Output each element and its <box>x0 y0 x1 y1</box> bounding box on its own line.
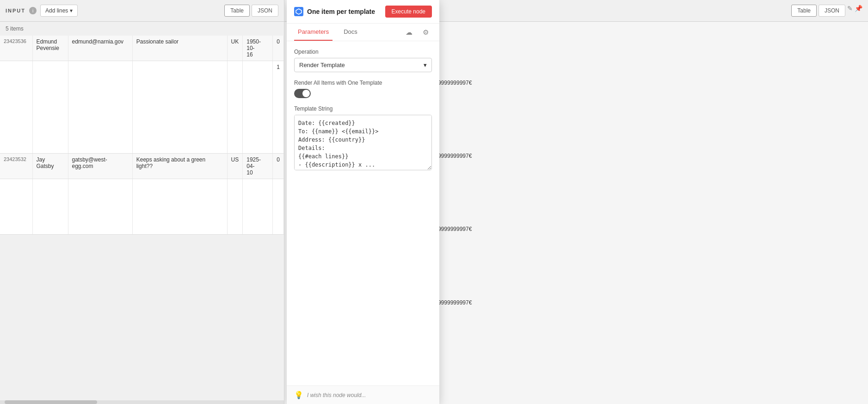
cell-email: edmund@narnia.gov <box>68 36 132 61</box>
input-items-count: 5 items <box>0 22 284 36</box>
add-lines-select[interactable]: Add lines ▾ <box>40 5 78 17</box>
cell-description <box>132 179 227 235</box>
table-row: 23423532 Jay Gatsby gatsby@west-egg.com … <box>0 154 284 179</box>
input-table-btn[interactable]: Table <box>224 5 250 17</box>
modal-tab-icons: ☁ ⚙ <box>402 24 432 41</box>
add-lines-label: Add lines <box>45 7 68 14</box>
cell-id: 23423532 <box>0 154 32 179</box>
operation-value: Render Template <box>299 62 345 68</box>
cell-description <box>132 61 227 154</box>
cell-description: Keeps asking about a green light?? <box>132 154 227 179</box>
cell-num: 0 <box>273 36 284 61</box>
cell-description: Passionate sailor <box>132 36 227 61</box>
render-all-group: Render All Items with One Template <box>294 80 432 98</box>
output-table-btn[interactable]: Table <box>791 5 817 17</box>
cell-name: Jay Gatsby <box>32 154 68 179</box>
chevron-down-icon: ▾ <box>424 62 427 68</box>
input-toolbar: Table JSON <box>224 5 278 17</box>
cell-name <box>32 61 68 154</box>
input-table: 23423536 EdmundPevensie edmund@narnia.go… <box>0 36 284 235</box>
template-string-label: Template String <box>294 106 432 112</box>
input-title: INPUT <box>6 8 25 13</box>
input-table-container: 23423536 EdmundPevensie edmund@narnia.go… <box>0 36 284 404</box>
edit-icon[interactable]: ✎ <box>847 5 853 17</box>
render-all-label: Render All Items with One Template <box>294 80 432 86</box>
scrollbar-thumb-h <box>5 400 97 404</box>
cell-id <box>0 179 32 235</box>
input-info-icon[interactable]: i <box>29 7 37 14</box>
render-all-toggle[interactable] <box>294 89 311 98</box>
cell-name: EdmundPevensie <box>32 36 68 61</box>
horizontal-scrollbar[interactable] <box>0 400 284 404</box>
template-textarea[interactable]: Date: {{created}} To: {{name}} <{{email}… <box>294 115 432 170</box>
modal-body: Operation Render Template ▾ Render All I… <box>287 41 439 385</box>
cell-email <box>68 179 132 235</box>
cell-email <box>68 61 132 154</box>
modal-header: One item per template Execute node <box>287 0 439 24</box>
input-panel: INPUT i Add lines ▾ Table JSON 5 items 2… <box>0 0 284 404</box>
cell-id: 23423536 <box>0 36 32 61</box>
cell-id <box>0 61 32 154</box>
wish-text: I wish this node would... <box>307 392 366 398</box>
output-json-btn[interactable]: JSON <box>819 5 845 17</box>
cell-date: 1925-04-10 <box>243 154 273 179</box>
cell-country <box>227 179 243 235</box>
operation-group: Operation Render Template ▾ <box>294 49 432 72</box>
pin-icon[interactable]: 📌 <box>855 5 862 17</box>
cell-num: 0 <box>273 154 284 179</box>
cell-country: US <box>227 154 243 179</box>
modal-footer: 💡 I wish this node would... <box>287 385 439 404</box>
toggle-row <box>294 89 432 98</box>
cell-num: 1 <box>273 61 284 154</box>
tab-docs[interactable]: Docs <box>340 24 361 41</box>
modal-tabs: Parameters Docs ☁ ⚙ <box>287 24 439 41</box>
cell-name <box>32 179 68 235</box>
chevron-down-icon: ▾ <box>70 7 73 14</box>
tab-parameters[interactable]: Parameters <box>294 24 332 41</box>
modal-panel: One item per template Execute node Param… <box>287 0 439 404</box>
node-icon <box>294 7 303 16</box>
table-row: 1 <box>0 61 284 154</box>
execute-node-btn[interactable]: Execute node <box>385 6 432 18</box>
svg-marker-0 <box>296 9 302 14</box>
input-header: INPUT i Add lines ▾ Table JSON <box>0 0 284 22</box>
cell-date <box>243 179 273 235</box>
cell-country <box>227 61 243 154</box>
modal-title: One item per template <box>307 8 375 15</box>
output-toolbar: Table JSON ✎ 📌 <box>791 5 862 17</box>
cell-date <box>243 61 273 154</box>
table-row <box>0 179 284 235</box>
cell-country: UK <box>227 36 243 61</box>
operation-select[interactable]: Render Template ▾ <box>294 58 432 72</box>
input-json-btn[interactable]: JSON <box>252 5 278 17</box>
cloud-icon[interactable]: ☁ <box>402 26 415 39</box>
cell-num <box>273 179 284 235</box>
lightbulb-icon: 💡 <box>294 391 303 399</box>
operation-label: Operation <box>294 49 432 55</box>
template-string-group: Template String Date: {{created}} To: {{… <box>294 106 432 172</box>
settings-icon[interactable]: ⚙ <box>419 26 432 39</box>
cell-email: gatsby@west-egg.com <box>68 154 132 179</box>
node-svg-icon <box>295 8 302 15</box>
table-row: 23423536 EdmundPevensie edmund@narnia.go… <box>0 36 284 61</box>
cell-date: 1950-10-16 <box>243 36 273 61</box>
